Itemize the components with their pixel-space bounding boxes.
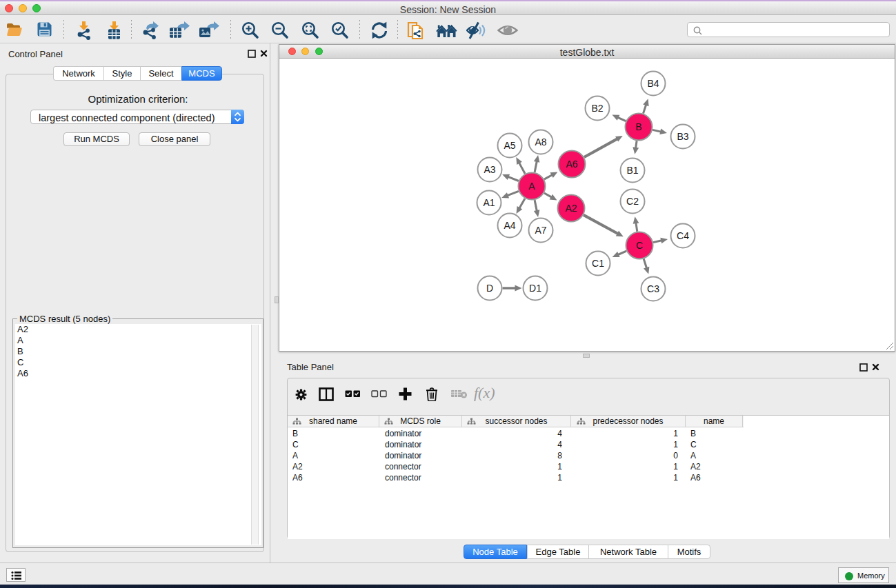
- svg-text:C3: C3: [647, 283, 659, 294]
- svg-text:B1: B1: [626, 165, 638, 176]
- svg-text:A8: A8: [535, 136, 546, 148]
- svg-text:A6: A6: [566, 159, 577, 170]
- svg-text:B4: B4: [647, 78, 659, 89]
- svg-text:A: A: [528, 181, 535, 192]
- svg-text:A5: A5: [504, 140, 515, 151]
- svg-text:C: C: [636, 240, 643, 251]
- svg-text:C1: C1: [592, 258, 604, 269]
- svg-text:A4: A4: [504, 220, 515, 231]
- svg-text:D1: D1: [529, 283, 541, 294]
- svg-text:A1: A1: [483, 197, 495, 208]
- svg-text:B: B: [635, 121, 641, 132]
- svg-text:C2: C2: [626, 196, 639, 207]
- svg-text:A7: A7: [535, 225, 546, 236]
- svg-text:D: D: [486, 283, 493, 294]
- svg-text:A2: A2: [565, 203, 577, 214]
- svg-text:A3: A3: [484, 164, 495, 175]
- svg-text:B2: B2: [591, 103, 603, 114]
- svg-text:C4: C4: [677, 230, 689, 241]
- svg-text:B3: B3: [677, 131, 688, 142]
